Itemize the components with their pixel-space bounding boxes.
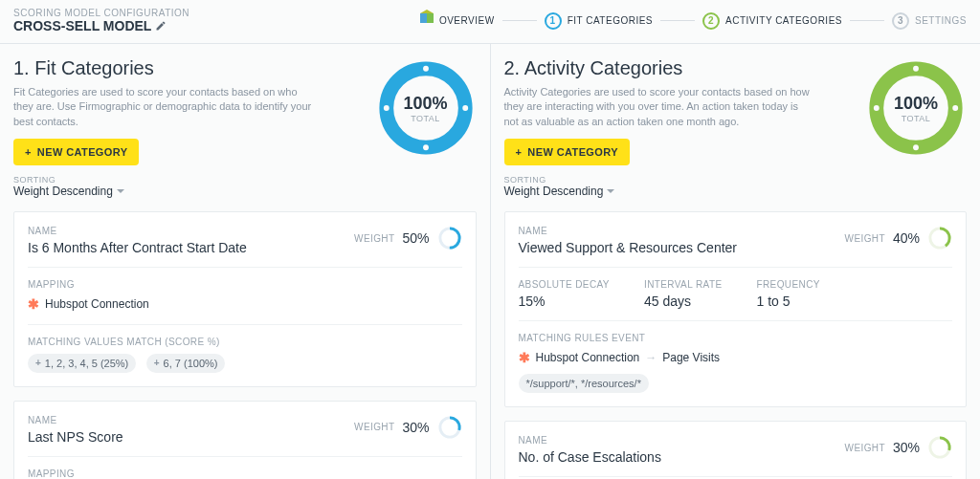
frequency-value: 1 to 5 xyxy=(756,294,819,309)
fit-sorting: SORTING Weight Descending xyxy=(13,175,320,198)
step-fit-number: 1 xyxy=(545,12,562,30)
activity-sorting-value: Weight Descending xyxy=(504,185,604,198)
fit-card[interactable]: NAME Last NPS Score WEIGHT 30% MAPPING ✱… xyxy=(13,401,477,479)
step-activity-label: ACTIVITY CATEGORIES xyxy=(725,15,842,26)
fit-donut: 100% TOTAL xyxy=(375,57,477,159)
weight-ring-icon xyxy=(437,226,462,250)
activity-column: 2. Activity Categories Activity Categori… xyxy=(490,44,981,479)
name-label: NAME xyxy=(28,226,247,236)
weight-value: 40% xyxy=(893,230,920,246)
activity-header: 2. Activity Categories Activity Categori… xyxy=(504,57,968,198)
matches-label: MATCHING VALUES MATCH (SCORE %) xyxy=(28,337,462,347)
edit-icon[interactable] xyxy=(155,20,167,32)
step-fit-label: FIT CATEGORIES xyxy=(568,15,653,26)
rules-connection: ✱ Hubspot Connection → Page Visits xyxy=(519,350,721,365)
step-activity[interactable]: 2 ACTIVITY CATEGORIES xyxy=(702,12,842,30)
model-name[interactable]: CROSS-SELL MODEL xyxy=(13,18,189,33)
plus-icon: + xyxy=(516,146,523,158)
plus-icon: + xyxy=(154,358,160,368)
category-name: No. of Case Escalations xyxy=(519,449,661,465)
activity-card[interactable]: NAME No. of Case Escalations WEIGHT 30% … xyxy=(504,421,968,479)
match-chip[interactable]: +1, 2, 3, 4, 5 (25%) xyxy=(28,354,136,373)
weight-label: WEIGHT xyxy=(354,422,394,432)
fit-title: 1. Fit Categories xyxy=(13,57,320,79)
connection-name: Hubspot Connection xyxy=(45,297,149,311)
fit-new-category-button[interactable]: + NEW CATEGORY xyxy=(13,139,139,165)
weight-label: WEIGHT xyxy=(845,233,885,244)
category-name: Viewed Support & Resources Center xyxy=(519,240,738,255)
match-chip[interactable]: +6, 7 (100%) xyxy=(146,354,226,373)
step-fit[interactable]: 1 FIT CATEGORIES xyxy=(545,12,653,30)
top-left: SCORING MODEL CONFIGURATION CROSS-SELL M… xyxy=(13,8,189,33)
category-name: Last NPS Score xyxy=(28,429,123,445)
fit-new-label: NEW CATEGORY xyxy=(37,146,128,158)
interval-value: 45 days xyxy=(644,294,723,309)
weight-value: 30% xyxy=(893,440,920,455)
fit-header: 1. Fit Categories Fit Categories are use… xyxy=(13,57,477,198)
connection-name: Hubspot Connection xyxy=(536,351,640,364)
metrics-row: ABSOLUTE DECAY15% INTERVAL RATE45 days F… xyxy=(519,279,953,309)
name-label: NAME xyxy=(519,226,738,236)
step-overview[interactable]: OVERVIEW xyxy=(420,14,495,28)
step-separator xyxy=(660,20,695,21)
activity-donut-pct: 100% xyxy=(894,94,938,114)
cube-icon xyxy=(420,13,434,27)
fit-donut-total: TOTAL xyxy=(411,114,440,123)
plus-icon: + xyxy=(25,146,32,158)
step-overview-label: OVERVIEW xyxy=(439,15,495,26)
weight-label: WEIGHT xyxy=(845,443,885,453)
weight-label: WEIGHT xyxy=(354,233,394,244)
weight-value: 30% xyxy=(402,420,429,435)
fit-header-text: 1. Fit Categories Fit Categories are use… xyxy=(13,57,320,198)
step-settings[interactable]: 3 SETTINGS xyxy=(892,12,967,30)
category-name: Is 6 Months After Contract Start Date xyxy=(28,240,247,255)
top-bar: SCORING MODEL CONFIGURATION CROSS-SELL M… xyxy=(0,0,980,44)
activity-header-text: 2. Activity Categories Activity Categori… xyxy=(504,57,811,198)
arrow-right-icon: → xyxy=(645,351,657,364)
fit-card[interactable]: NAME Is 6 Months After Contract Start Da… xyxy=(13,211,477,387)
fit-donut-pct: 100% xyxy=(403,94,447,114)
fit-sorting-label: SORTING xyxy=(13,175,320,185)
interval-label: INTERVAL RATE xyxy=(644,279,723,290)
rules-label: MATCHING RULES EVENT xyxy=(519,333,953,343)
rules-chip[interactable]: */support/*, */resources/* xyxy=(519,374,649,393)
mapping-label: MAPPING xyxy=(28,279,462,290)
fit-sorting-value: Weight Descending xyxy=(13,185,113,198)
caret-down-icon xyxy=(607,189,614,193)
step-activity-number: 2 xyxy=(702,12,720,30)
name-label: NAME xyxy=(519,435,661,446)
hubspot-icon: ✱ xyxy=(519,350,530,365)
step-settings-number: 3 xyxy=(892,12,909,30)
activity-title: 2. Activity Categories xyxy=(504,57,811,79)
plus-icon: + xyxy=(35,358,41,368)
step-separator xyxy=(850,20,884,21)
activity-new-category-button[interactable]: + NEW CATEGORY xyxy=(504,139,630,165)
activity-donut: 100% TOTAL xyxy=(865,57,967,159)
columns: 1. Fit Categories Fit Categories are use… xyxy=(0,44,980,479)
stepper: OVERVIEW 1 FIT CATEGORIES 2 ACTIVITY CAT… xyxy=(420,12,967,30)
activity-sorting: SORTING Weight Descending xyxy=(504,175,811,198)
fit-column: 1. Fit Categories Fit Categories are use… xyxy=(0,44,490,479)
name-label: NAME xyxy=(28,415,123,425)
activity-card[interactable]: NAME Viewed Support & Resources Center W… xyxy=(504,211,968,407)
activity-sorting-label: SORTING xyxy=(504,175,811,185)
weight-value: 50% xyxy=(402,230,429,246)
weight-ring-icon xyxy=(437,415,462,440)
fit-desc: Fit Categories are used to score your co… xyxy=(13,85,320,129)
step-settings-label: SETTINGS xyxy=(915,15,967,26)
fit-sorting-dropdown[interactable]: Weight Descending xyxy=(13,185,320,198)
activity-sorting-dropdown[interactable]: Weight Descending xyxy=(504,185,811,198)
weight-ring-icon xyxy=(927,226,952,250)
decay-value: 15% xyxy=(519,294,610,309)
activity-new-label: NEW CATEGORY xyxy=(527,146,618,158)
activity-donut-total: TOTAL xyxy=(902,114,931,123)
step-separator xyxy=(502,20,537,21)
rules-target: Page Visits xyxy=(662,351,720,364)
weight-ring-icon xyxy=(927,435,952,460)
model-name-text: CROSS-SELL MODEL xyxy=(13,18,151,33)
mapping-connection: ✱ Hubspot Connection xyxy=(28,296,149,312)
frequency-label: FREQUENCY xyxy=(756,279,819,290)
hubspot-icon: ✱ xyxy=(28,296,39,312)
caret-down-icon xyxy=(117,189,124,193)
config-eyebrow: SCORING MODEL CONFIGURATION xyxy=(13,8,189,18)
